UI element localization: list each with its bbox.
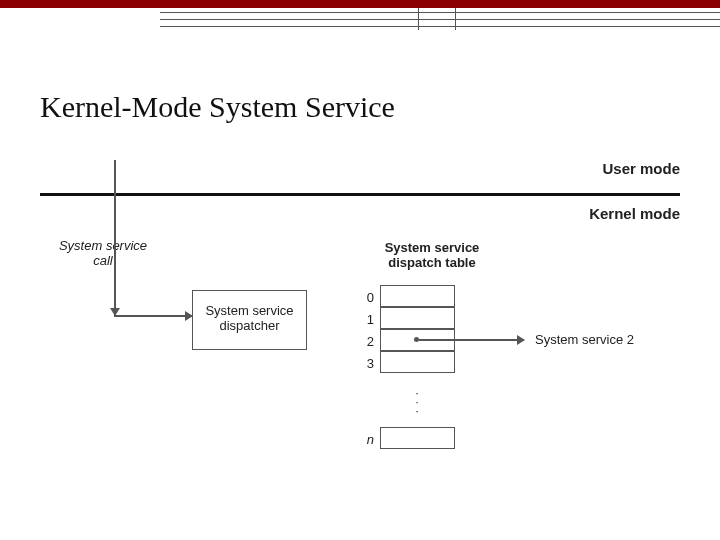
label-user-mode: User mode [602, 160, 680, 177]
label-system-service-call: System service call [48, 238, 158, 268]
label-dispatch-table-title: System service dispatch table [362, 240, 502, 270]
table-index-1: 1 [360, 312, 374, 327]
table-index-3: 3 [360, 356, 374, 371]
table-index-2: 2 [360, 334, 374, 349]
table-cell-1 [380, 307, 455, 329]
label-kernel-mode: Kernel mode [589, 205, 680, 222]
elbow-h-segment [114, 315, 174, 317]
arrow-into-dispatcher [172, 315, 192, 317]
table-index-0: 0 [360, 290, 374, 305]
slide: Kernel-Mode System Service User mode Ker… [0, 0, 720, 540]
arrow-user-to-dispatcher [114, 160, 116, 315]
box-system-service-dispatcher: System service dispatcher [192, 290, 307, 350]
table-ellipsis: ··· [412, 388, 422, 415]
table-cell-0 [380, 285, 455, 307]
table-cell-n [380, 427, 455, 449]
decorative-lines [0, 8, 720, 30]
label-system-service-2: System service 2 [535, 332, 634, 347]
slide-title: Kernel-Mode System Service [40, 90, 395, 124]
table-cell-3 [380, 351, 455, 373]
table-index-n: n [360, 432, 374, 447]
mode-separator-line [40, 193, 680, 196]
slide-accent-bar [0, 0, 720, 8]
arrow-to-service-2 [419, 339, 524, 341]
